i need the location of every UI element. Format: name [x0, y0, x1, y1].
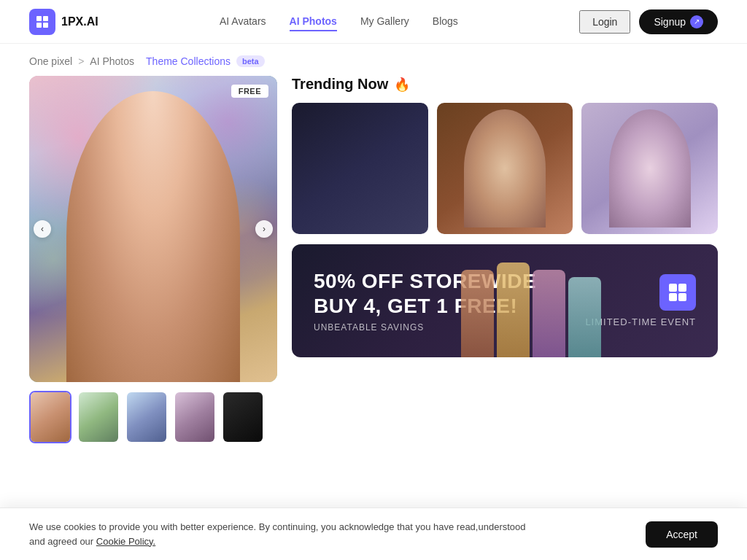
trending-card-2[interactable]: [437, 103, 573, 234]
svg-rect-2: [36, 23, 42, 28]
breadcrumb-current: Theme Collections: [146, 55, 231, 67]
thumb-image-4: [175, 392, 214, 442]
signup-arrow-icon: ↗: [690, 15, 703, 28]
main-nav: AI Avatars AI Photos My Gallery Blogs: [220, 12, 458, 31]
right-panel: Trending Now 🔥: [292, 76, 718, 534]
breadcrumb-sep: >: [78, 55, 84, 67]
breadcrumb: One pixel > AI Photos Theme Collections …: [0, 44, 747, 76]
hero-prev-arrow[interactable]: ‹: [34, 220, 51, 238]
trending-card-1[interactable]: [292, 103, 428, 234]
thumbnail-4[interactable]: [174, 391, 216, 443]
thumb-image-5: [223, 392, 263, 442]
promo-right: LIMITED-TIME EVENT: [585, 274, 696, 327]
svg-rect-3: [43, 23, 48, 28]
thumb-image-2: [79, 392, 118, 442]
trending-grid: [292, 103, 718, 234]
header-actions: Login Signup ↗: [579, 9, 718, 34]
hero-next-arrow[interactable]: ›: [255, 220, 273, 238]
hero-image-bg: [29, 76, 277, 382]
svg-rect-4: [669, 284, 677, 292]
hero-panel: FREE ‹ ›: [29, 76, 277, 534]
portrait-img-2: [464, 109, 546, 228]
beta-badge: beta: [236, 55, 265, 67]
accept-button[interactable]: Accept: [646, 521, 718, 548]
promo-figures: [461, 262, 601, 357]
logo[interactable]: 1PX.AI: [29, 9, 98, 35]
promo-fig-3: [533, 270, 565, 357]
thumb-image-3: [127, 392, 166, 442]
svg-rect-7: [678, 293, 686, 301]
logo-text: 1PX.AI: [61, 15, 98, 28]
trending-card-3[interactable]: [581, 103, 718, 234]
thumbnail-5[interactable]: [222, 391, 264, 443]
portrait-img-1: [319, 109, 400, 228]
free-badge: FREE: [231, 85, 268, 98]
thumb-image-1: [31, 392, 70, 442]
promo-event: LIMITED-TIME EVENT: [585, 316, 696, 327]
svg-rect-0: [36, 16, 42, 21]
fire-icon: 🔥: [394, 77, 410, 93]
card-portrait-3: [581, 103, 718, 234]
svg-rect-1: [43, 16, 48, 21]
promo-fig-4: [568, 277, 601, 357]
promo-banner[interactable]: 50% OFF STOREWIDE BUY 4, GET 1 FREE! UNB…: [292, 244, 718, 357]
portrait-img-3: [609, 109, 691, 228]
thumbnail-2[interactable]: [77, 391, 120, 443]
cookie-text: We use cookies to provide you with bette…: [29, 520, 540, 548]
card-portrait-1: [292, 103, 428, 234]
portrait-overlay: [66, 91, 240, 382]
nav-ai-photos[interactable]: AI Photos: [290, 12, 337, 31]
promo-fig-1: [461, 270, 494, 357]
promo-logo: [659, 274, 696, 311]
breadcrumb-home[interactable]: One pixel: [29, 55, 72, 67]
nav-blogs[interactable]: Blogs: [433, 12, 458, 31]
logo-icon: [29, 9, 55, 35]
hero-image[interactable]: FREE ‹ ›: [29, 76, 277, 382]
card-portrait-2: [437, 103, 573, 234]
main-content: FREE ‹ › Trending Now 🔥: [0, 76, 747, 534]
thumbnail-3[interactable]: [125, 391, 168, 443]
promo-fig-2: [497, 262, 530, 357]
nav-my-gallery[interactable]: My Gallery: [360, 12, 409, 31]
cookie-policy-link[interactable]: Cookie Policy.: [96, 536, 155, 547]
breadcrumb-parent[interactable]: AI Photos: [90, 55, 134, 67]
svg-rect-6: [669, 293, 677, 301]
nav-ai-avatars[interactable]: AI Avatars: [220, 12, 266, 31]
trending-header: Trending Now 🔥: [292, 76, 718, 93]
header: 1PX.AI AI Avatars AI Photos My Gallery B…: [0, 0, 747, 44]
hero-thumbnails: [29, 391, 277, 443]
signup-button[interactable]: Signup ↗: [639, 9, 718, 34]
thumbnail-1[interactable]: [29, 391, 71, 443]
trending-title: Trending Now: [292, 76, 388, 93]
svg-rect-5: [678, 284, 686, 292]
cookie-banner: We use cookies to provide you with bette…: [0, 508, 747, 560]
login-button[interactable]: Login: [579, 10, 630, 34]
